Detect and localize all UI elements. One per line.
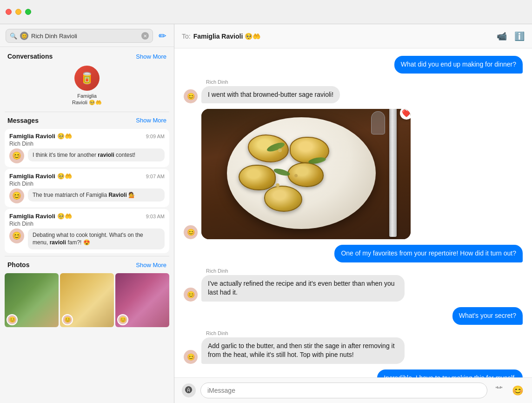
sidebar-toolbar: 🔍 😊 Rich Dinh Ravioli ✕ ✏ bbox=[0, 24, 174, 47]
message-content-6: What's your secret? bbox=[452, 307, 523, 325]
message-row-6: What's your secret? bbox=[184, 307, 523, 325]
message-content-2: Rich Dinh I went with that browned-butte… bbox=[201, 79, 340, 104]
photo-1-avatar: 😊 bbox=[7, 314, 18, 325]
message-content-8: Incredible. I have to try making this fo… bbox=[377, 369, 523, 377]
conversation-item-famiglia[interactable]: 🥫 FamigliaRavioli 🥺🤲 bbox=[0, 63, 174, 109]
message-row-8: Incredible. I have to try making this fo… bbox=[184, 369, 523, 377]
separator-2 bbox=[5, 256, 169, 256]
appstore-button[interactable]: 🅐 bbox=[182, 383, 196, 397]
messages-show-more[interactable]: Show More bbox=[136, 117, 166, 124]
emoji-button[interactable]: 😊 bbox=[511, 383, 525, 397]
msg-avatar-5: 😊 bbox=[184, 288, 198, 302]
convo-name-famiglia: FamigliaRavioli 🥺🤲 bbox=[72, 93, 102, 106]
bubble-2[interactable]: I went with that browned-butter sage rav… bbox=[201, 86, 340, 104]
message-result-3-time: 9:03 AM bbox=[146, 214, 165, 219]
messages-container: What did you end up making for dinner? 😊… bbox=[174, 48, 532, 377]
message-content-3: ❤️ bbox=[201, 109, 411, 239]
minimize-button[interactable] bbox=[15, 9, 21, 15]
conversations-title: Conversations bbox=[7, 53, 53, 60]
message-row-3: 😊 bbox=[184, 109, 523, 239]
msg-avatar-7: 😊 bbox=[184, 350, 198, 364]
message-result-3[interactable]: Famiglia Ravioli 🥺🤲 9:03 AM Rich Dinh 😊 … bbox=[5, 209, 169, 254]
bubble-5[interactable]: I've actually refined the recipe and it'… bbox=[201, 275, 405, 302]
input-area: 🅐 😊 bbox=[174, 377, 532, 403]
search-clear-button[interactable]: ✕ bbox=[141, 32, 149, 40]
sender-name-2: Rich Dinh bbox=[201, 79, 340, 85]
bubble-4[interactable]: One of my favorites from your repertoire… bbox=[334, 245, 523, 262]
sender-name-7: Rich Dinh bbox=[201, 330, 405, 336]
ravioli-scene: ❤️ bbox=[201, 109, 411, 239]
photos-section-header: Photos Show More bbox=[0, 259, 174, 271]
message-result-1[interactable]: Famiglia Ravioli 🥺🤲 9:09 AM Rich Dinh 😊 … bbox=[5, 129, 169, 167]
photo-thumb-3[interactable]: 😊 bbox=[115, 273, 169, 327]
message-result-3-header: Famiglia Ravioli 🥺🤲 9:03 AM bbox=[9, 213, 165, 220]
svg-rect-0 bbox=[496, 387, 497, 388]
message-content-4: One of my favorites from your repertoire… bbox=[334, 245, 523, 262]
message-content-7: Rich Dinh Add garlic to the butter, and … bbox=[201, 330, 405, 364]
message-result-1-group: Famiglia Ravioli 🥺🤲 bbox=[9, 133, 72, 140]
sidebar-content: Conversations Show More 🥫 FamigliaRaviol… bbox=[0, 47, 174, 403]
search-bar[interactable]: 🔍 😊 Rich Dinh Ravioli ✕ bbox=[6, 29, 153, 43]
search-query-text: Rich Dinh Ravioli bbox=[31, 33, 139, 40]
maximize-button[interactable] bbox=[25, 9, 31, 15]
chat-header: To: Famiglia Ravioli 🥺🤲 📹 ℹ️ bbox=[174, 24, 532, 48]
ravioli-image[interactable]: ❤️ bbox=[201, 109, 411, 239]
message-result-2-sender: Rich Dinh bbox=[9, 181, 165, 187]
message-result-1-text: I think it's time for another ravioli co… bbox=[28, 148, 165, 162]
video-call-button[interactable]: 📹 bbox=[497, 31, 507, 41]
message-result-2-avatar: 😊 bbox=[9, 188, 24, 203]
photo-2-avatar: 😊 bbox=[62, 314, 73, 325]
message-row-7: 😊 Rich Dinh Add garlic to the butter, an… bbox=[184, 330, 523, 364]
compose-button[interactable]: ✏ bbox=[157, 29, 168, 42]
sender-name-5: Rich Dinh bbox=[201, 268, 405, 274]
convo-avatar-famiglia: 🥫 bbox=[74, 66, 100, 91]
message-result-3-text: Debating what to cook tonight. What's on… bbox=[28, 228, 165, 250]
chat-header-left: To: Famiglia Ravioli 🥺🤲 bbox=[182, 33, 260, 40]
svg-rect-1 bbox=[497, 386, 498, 389]
message-result-1-header: Famiglia Ravioli 🥺🤲 9:09 AM bbox=[9, 133, 165, 140]
msg-avatar-3: 😊 bbox=[184, 225, 198, 239]
photo-thumb-1[interactable]: 😊 bbox=[5, 273, 59, 327]
chat-header-icons: 📹 ℹ️ bbox=[497, 31, 525, 41]
message-result-3-group: Famiglia Ravioli 🥺🤲 bbox=[9, 213, 72, 220]
search-icon: 🔍 bbox=[10, 33, 17, 40]
photo-3-avatar: 😊 bbox=[117, 314, 128, 325]
traffic-lights bbox=[6, 9, 31, 15]
close-button[interactable] bbox=[6, 9, 12, 15]
bubble-8[interactable]: Incredible. I have to try making this fo… bbox=[377, 369, 523, 377]
bubble-1[interactable]: What did you end up making for dinner? bbox=[394, 56, 523, 74]
message-result-3-body: 😊 Debating what to cook tonight. What's … bbox=[9, 228, 165, 250]
message-result-1-body: 😊 I think it's time for another ravioli … bbox=[9, 148, 165, 163]
chat-recipient: Famiglia Ravioli 🥺🤲 bbox=[193, 33, 260, 40]
svg-rect-2 bbox=[499, 387, 499, 389]
separator-1 bbox=[5, 112, 169, 112]
bubble-7[interactable]: Add garlic to the butter, and then stir … bbox=[201, 337, 405, 364]
msg-avatar-2: 😊 bbox=[184, 89, 198, 103]
audio-button[interactable] bbox=[492, 383, 506, 397]
conversations-section-header: Conversations Show More bbox=[0, 51, 174, 63]
messages-section-header: Messages Show More bbox=[0, 115, 174, 127]
message-result-1-sender: Rich Dinh bbox=[9, 141, 165, 147]
messages-title: Messages bbox=[7, 117, 39, 124]
bubble-6[interactable]: What's your secret? bbox=[452, 307, 523, 325]
photos-show-more[interactable]: Show More bbox=[136, 262, 166, 269]
photo-thumb-2[interactable]: 😊 bbox=[60, 273, 114, 327]
message-content-1: What did you end up making for dinner? bbox=[394, 56, 523, 74]
to-label: To: bbox=[182, 33, 191, 40]
main-layout: 🔍 😊 Rich Dinh Ravioli ✕ ✏ Conversations … bbox=[0, 24, 532, 403]
message-result-2-time: 9:07 AM bbox=[146, 174, 165, 179]
message-row-2: 😊 Rich Dinh I went with that browned-but… bbox=[184, 79, 523, 104]
chat-area: To: Famiglia Ravioli 🥺🤲 📹 ℹ️ What did yo… bbox=[174, 24, 532, 403]
photos-title: Photos bbox=[7, 261, 29, 269]
message-result-3-sender: Rich Dinh bbox=[9, 221, 165, 227]
message-result-2[interactable]: Famiglia Ravioli 🥺🤲 9:07 AM Rich Dinh 😊 … bbox=[5, 169, 169, 207]
message-result-2-text: The true matriarch of Famiglia Ravioli 💁 bbox=[28, 188, 165, 202]
message-result-3-avatar: 😊 bbox=[9, 228, 24, 243]
message-result-2-body: 😊 The true matriarch of Famiglia Ravioli… bbox=[9, 188, 165, 203]
message-input[interactable] bbox=[200, 383, 487, 398]
info-button[interactable]: ℹ️ bbox=[514, 31, 525, 41]
message-result-2-group: Famiglia Ravioli 🥺🤲 bbox=[9, 173, 72, 180]
conversations-show-more[interactable]: Show More bbox=[136, 53, 166, 60]
message-result-2-header: Famiglia Ravioli 🥺🤲 9:07 AM bbox=[9, 173, 165, 180]
message-result-1-time: 9:09 AM bbox=[146, 134, 165, 139]
